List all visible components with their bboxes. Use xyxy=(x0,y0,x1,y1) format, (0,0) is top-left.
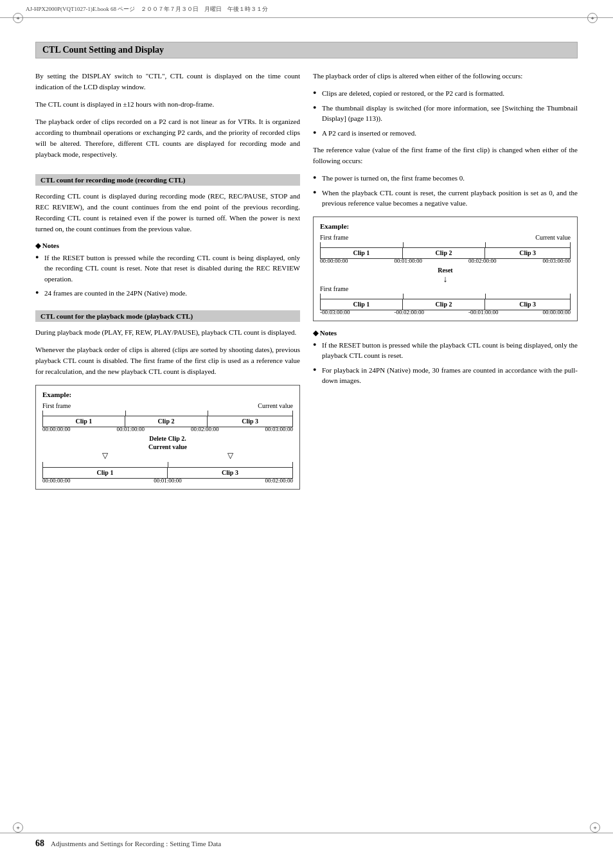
footer-text: Adjustments and Settings for Recording :… xyxy=(51,840,221,847)
clip3-box-l1: Clip 3 xyxy=(208,416,293,427)
right-note-6: If the RESET button is pressed while the… xyxy=(313,340,578,361)
current-value-label-right: Current value xyxy=(535,234,571,241)
corner-circle-tr: + xyxy=(587,13,598,23)
clip3-box-r2: Clip 3 xyxy=(485,299,571,310)
example-box-right: Example: First frame Current value Clip … xyxy=(313,217,578,321)
right-note-4: The power is turned on, the first frame … xyxy=(313,173,578,184)
corner-mark-tl: + xyxy=(13,13,26,26)
page: AJ-HPX2000P(VQT1027-1)E.book 68 ページ ２００７… xyxy=(0,0,613,868)
example-box-left: Example: First frame Current value Clip … xyxy=(35,385,300,490)
corner-circle-br: + xyxy=(590,822,600,833)
clip1-box-l2: Clip 1 xyxy=(42,467,168,479)
clip-row-1-right: Clip 1 Clip 2 Clip 3 xyxy=(320,242,571,256)
right-para1: The playback order of clips is altered w… xyxy=(313,71,578,82)
right-notes-2: The power is turned on, the first frame … xyxy=(313,173,578,209)
notes-list-1: If the RESET button is pressed while the… xyxy=(35,252,300,299)
example-title-left: Example: xyxy=(42,391,293,398)
right-column: The playback order of clips is altered w… xyxy=(313,71,578,497)
section-title-wrapper: CTL Count Setting and Display xyxy=(35,42,578,67)
clip2-box-r2: Clip 2 xyxy=(403,299,486,310)
delete-label: Delete Clip 2. xyxy=(42,435,293,442)
section-title: CTL Count Setting and Display xyxy=(35,42,578,58)
right-para2: The reference value (value of the first … xyxy=(313,145,578,166)
example-header-left: First frame Current value xyxy=(42,402,293,409)
first-frame-label-left: First frame xyxy=(42,402,71,409)
left-para3: The playback order of clips recorded on … xyxy=(35,116,300,160)
right-note-1: Clips are deleted, copied or restored, o… xyxy=(313,88,578,99)
note-item-2: 24 frames are counted in the 24PN (Nativ… xyxy=(35,288,300,299)
right-notes-3: If the RESET button is pressed while the… xyxy=(313,340,578,386)
right-notes-1: Clips are deleted, copied or restored, o… xyxy=(313,88,578,138)
right-note-2: The thumbnail display is switched (for m… xyxy=(313,103,578,124)
subsection2: CTL count for the playback mode (playbac… xyxy=(35,310,300,322)
corner-mark-tr: + xyxy=(587,13,600,26)
left-para2: The CTL count is displayed in ±12 hours … xyxy=(35,99,300,110)
clip3-box-r1: Clip 3 xyxy=(485,247,571,259)
clip3-box-l2: Clip 3 xyxy=(168,467,293,479)
corner-circle-bl: + xyxy=(13,822,23,833)
example-header-right: First frame Current value xyxy=(320,234,571,241)
arrow-down-right: ↓ xyxy=(320,275,571,284)
clip1-box-r2: Clip 1 xyxy=(320,299,403,310)
main-content: CTL Count Setting and Display xyxy=(0,18,613,57)
clip-row-1-left: Clip 1 Clip 2 Clip 3 xyxy=(42,411,293,425)
first-frame-label-right: First frame xyxy=(320,234,348,241)
page-number: 68 xyxy=(35,838,44,849)
example-title-right: Example: xyxy=(320,222,571,230)
header-text: AJ-HPX2000P(VQT1027-1)E.book 68 ページ ２００７… xyxy=(26,5,268,13)
clip1-box-l1: Clip 1 xyxy=(42,416,125,427)
note-item-1: If the RESET button is pressed while the… xyxy=(35,252,300,285)
right-note-7: For playback in 24PN (Native) mode, 30 f… xyxy=(313,365,578,386)
clip-row-2-right: Clip 1 Clip 2 Clip 3 xyxy=(320,294,571,308)
corner-mark-bl: + xyxy=(13,822,23,833)
notes-header-1: ◆ Notes xyxy=(35,242,300,250)
subsection1: CTL count for recording mode (recording … xyxy=(35,174,300,186)
arrows-left: ▽ ▽ xyxy=(42,451,293,461)
two-col-layout: By setting the DISPLAY switch to "CTL", … xyxy=(35,71,578,497)
clip1-box-r1: Clip 1 xyxy=(320,247,403,259)
clip2-box-l1: Clip 2 xyxy=(125,416,208,427)
clip2-box-r1: Clip 2 xyxy=(403,247,486,259)
left-para5: During playback mode (PLAY, FF, REW, PLA… xyxy=(35,327,300,338)
left-para1: By setting the DISPLAY switch to "CTL", … xyxy=(35,71,300,93)
header-bar: AJ-HPX2000P(VQT1027-1)E.book 68 ページ ２００７… xyxy=(0,0,613,18)
left-para6: Whenever the playback order of clips is … xyxy=(35,344,300,377)
left-column: By setting the DISPLAY switch to "CTL", … xyxy=(35,71,300,497)
notes-header-right: ◆ Notes xyxy=(313,329,578,337)
corner-mark-br: + xyxy=(590,822,600,833)
footer: 68 Adjustments and Settings for Recordin… xyxy=(0,833,613,849)
left-para4: Recording CTL count is displayed during … xyxy=(35,191,300,235)
clip-row-2-left: Clip 1 Clip 3 xyxy=(42,462,293,476)
right-note-5: When the playback CTL count is reset, th… xyxy=(313,188,578,209)
current-value-2-left: Current value xyxy=(42,443,293,450)
current-value-label-left: Current value xyxy=(258,402,293,409)
corner-circle-tl: + xyxy=(13,13,23,23)
first-frame-2-right: First frame xyxy=(320,285,571,292)
reset-label: Reset xyxy=(320,267,571,274)
right-note-3: A P2 card is inserted or removed. xyxy=(313,128,578,139)
